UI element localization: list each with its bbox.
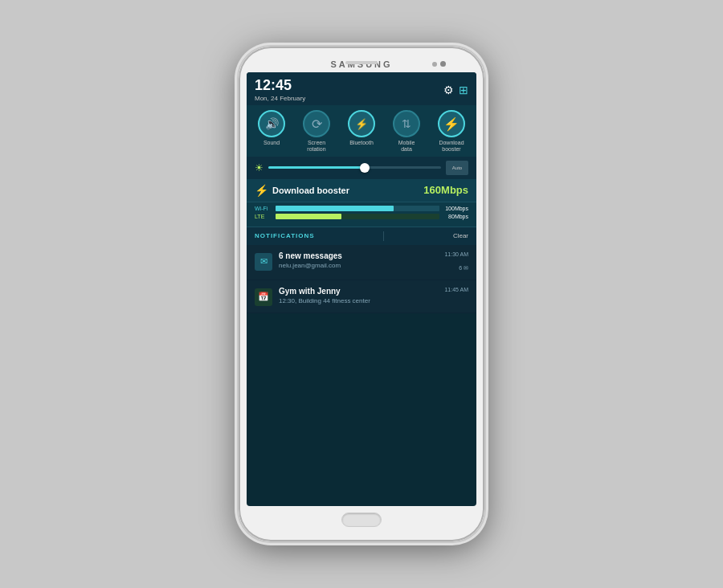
- toggle-label-mobiledata: Mobiledata: [398, 140, 415, 153]
- lte-label: LTE: [255, 214, 272, 219]
- toggle-sound[interactable]: 🔊 Sound: [251, 110, 292, 153]
- toggle-circle-rotation[interactable]: ⟳: [303, 110, 330, 137]
- auto-label: Auto: [452, 165, 462, 170]
- header-divider: [383, 231, 384, 241]
- toggle-bluetooth[interactable]: ⚡ Bluetooth: [341, 110, 382, 153]
- toggle-label-sound: Sound: [263, 140, 280, 146]
- home-button[interactable]: [341, 512, 382, 527]
- lte-value: 80Mbps: [443, 214, 468, 219]
- toggle-circle-bluetooth[interactable]: ⚡: [348, 110, 375, 137]
- toggle-download-booster[interactable]: ⚡ Downloadbooster: [431, 110, 472, 153]
- toggle-circle-dlbooster[interactable]: ⚡: [438, 110, 465, 137]
- notif-subtitle-gym: 12:30, Building 44 fitness center: [279, 297, 438, 304]
- quick-toggles: 🔊 Sound ⟳ Screenrotation ⚡ Bluetooth ⇅ M…: [247, 105, 476, 157]
- download-booster-banner: ⚡ Download booster 160Mbps: [247, 179, 476, 202]
- notif-time-messages: 11:30 AM: [444, 251, 468, 257]
- notifications-header: NOTIFICATIONS Clear: [247, 227, 476, 245]
- lte-bar-fill: [276, 214, 341, 219]
- settings-icon[interactable]: ⚙: [443, 84, 454, 96]
- notification-gym[interactable]: 📅 Gym with Jenny 12:30, Building 44 fitn…: [247, 280, 476, 313]
- notif-meta-messages: 11:30 AM 6 ✉: [444, 251, 468, 273]
- notifications-title: NOTIFICATIONS: [255, 232, 315, 239]
- network-bars: Wi-Fi 100Mbps LTE 80Mbps: [247, 202, 476, 227]
- toggle-circle-sound[interactable]: 🔊: [258, 110, 285, 137]
- grid-icon[interactable]: ⊞: [459, 84, 468, 96]
- notif-time-gym: 11:45 AM: [444, 287, 468, 292]
- brightness-slider[interactable]: [268, 166, 441, 169]
- wifi-bar-track: [276, 206, 439, 211]
- camera-area: [432, 61, 446, 67]
- wifi-row: Wi-Fi 100Mbps: [255, 206, 468, 211]
- notif-content-messages: 6 new messages nelu.jean@gmail.com: [279, 251, 438, 269]
- db-title: Download booster: [272, 186, 349, 195]
- phone-device: SAMSUNG 12:45 Mon, 24 February ⚙ ⊞ 🔊 Sou…: [237, 45, 486, 543]
- brightness-icon: ☀: [255, 162, 263, 174]
- toggle-screen-rotation[interactable]: ⟳ Screenrotation: [296, 110, 337, 153]
- notification-messages[interactable]: ✉ 6 new messages nelu.jean@gmail.com 11:…: [247, 245, 476, 280]
- phone-top-bar: SAMSUNG: [247, 55, 476, 72]
- calendar-icon: 📅: [255, 288, 272, 306]
- db-icon: ⚡: [255, 184, 268, 197]
- speaker-grill: [345, 61, 378, 64]
- wifi-label: Wi-Fi: [255, 206, 272, 211]
- db-left: ⚡ Download booster: [255, 184, 349, 197]
- notif-count-messages: 6 ✉: [459, 265, 468, 271]
- notif-subtitle-messages: nelu.jean@gmail.com: [279, 262, 438, 269]
- lte-bar-track: [276, 214, 439, 219]
- wifi-value: 100Mbps: [443, 206, 468, 211]
- brightness-bar: ☀ Auto: [247, 157, 476, 179]
- notif-content-gym: Gym with Jenny 12:30, Building 44 fitnes…: [279, 287, 438, 304]
- notif-title-messages: 6 new messages: [279, 251, 438, 260]
- status-bar: 12:45 Mon, 24 February ⚙ ⊞: [247, 72, 476, 105]
- brightness-fill: [268, 166, 363, 169]
- clock: 12:45: [255, 77, 305, 94]
- toggle-label-rotation: Screenrotation: [307, 140, 325, 153]
- auto-brightness-box[interactable]: Auto: [446, 161, 468, 175]
- date-display: Mon, 24 February: [255, 95, 305, 102]
- toggle-label-bluetooth: Bluetooth: [349, 140, 374, 146]
- phone-bottom: [341, 506, 382, 529]
- brightness-thumb[interactable]: [360, 163, 370, 173]
- phone-screen: 12:45 Mon, 24 February ⚙ ⊞ 🔊 Sound ⟳ Scr…: [247, 72, 476, 506]
- toggle-mobile-data[interactable]: ⇅ Mobiledata: [386, 110, 427, 153]
- notif-meta-gym: 11:45 AM: [444, 287, 468, 294]
- toggle-circle-mobiledata[interactable]: ⇅: [393, 110, 420, 137]
- sensor-dot: [432, 62, 437, 67]
- db-speed: 160Mbps: [423, 184, 468, 196]
- clear-button[interactable]: Clear: [453, 232, 468, 239]
- message-icon: ✉: [255, 253, 272, 271]
- time-date: 12:45 Mon, 24 February: [255, 77, 305, 102]
- camera-dot: [440, 61, 446, 67]
- toggle-label-dlbooster: Downloadbooster: [439, 140, 464, 153]
- notif-title-gym: Gym with Jenny: [279, 287, 438, 296]
- lte-row: LTE 80Mbps: [255, 214, 468, 219]
- status-icons: ⚙ ⊞: [443, 84, 468, 96]
- wifi-bar-fill: [276, 206, 394, 211]
